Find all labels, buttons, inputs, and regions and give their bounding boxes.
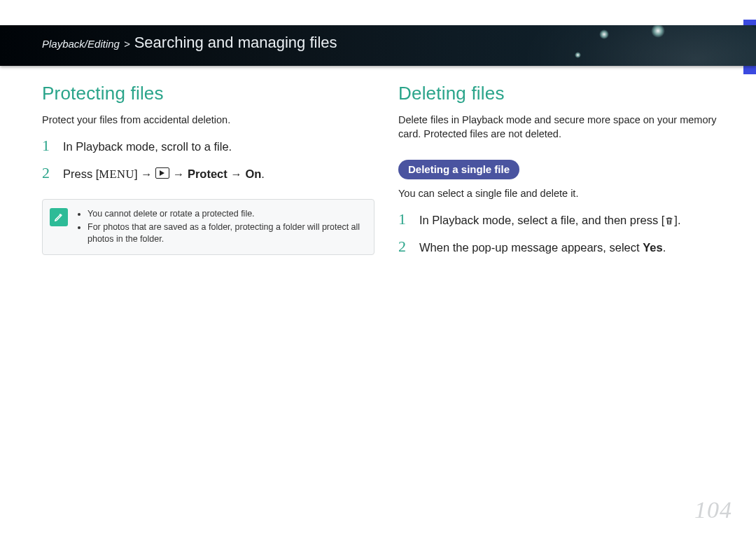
text-on: On bbox=[245, 167, 261, 180]
note-item: For photos that are saved as a folder, p… bbox=[88, 221, 364, 245]
page: Playback/Editing > Searching and managin… bbox=[0, 0, 756, 536]
text-period: . bbox=[261, 167, 265, 180]
text-post: ]. bbox=[674, 214, 680, 226]
step-number: 1 bbox=[42, 138, 53, 153]
playback-icon bbox=[155, 167, 169, 179]
note-item: You cannot delete or rotate a protected … bbox=[88, 208, 364, 220]
step-1: 1 In Playback mode, scroll to a file. bbox=[42, 138, 374, 156]
step-number: 2 bbox=[398, 239, 410, 254]
step-number: 1 bbox=[398, 212, 410, 227]
step-text: In Playback mode, scroll to a file. bbox=[63, 138, 374, 156]
section-heading-protecting: Protecting files bbox=[42, 83, 374, 104]
step-number: 2 bbox=[42, 165, 53, 181]
sparkle-icon bbox=[575, 52, 581, 58]
text-pre: When the pop-up message appears, select bbox=[419, 241, 643, 254]
step-2: 2 When the pop-up message appears, selec… bbox=[398, 239, 731, 256]
sub-intro-text: You can select a single file and delete … bbox=[398, 186, 731, 200]
intro-text: Protect your files from accidental delet… bbox=[42, 113, 374, 127]
step-1: 1 In Playback mode, select a file, and t… bbox=[398, 212, 731, 229]
subheading-pill: Deleting a single file bbox=[398, 160, 519, 179]
step-text: When the pop-up message appears, select … bbox=[419, 239, 731, 256]
breadcrumb-chapter: Playback/Editing bbox=[42, 38, 120, 50]
step-text: In Playback mode, select a file, and the… bbox=[419, 212, 731, 229]
intro-text: Delete files in Playback mode and secure… bbox=[398, 113, 731, 142]
note-callout: You cannot delete or rotate a protected … bbox=[42, 199, 374, 256]
step-2: 2 Press [MENU] → → Protect → On. bbox=[42, 165, 374, 184]
text-arrow: → bbox=[227, 167, 246, 180]
text-press: Press [ bbox=[63, 167, 99, 180]
text-yes: Yes bbox=[643, 241, 662, 254]
text-arrow: → bbox=[169, 167, 188, 180]
sparkle-icon bbox=[599, 29, 609, 39]
step-text: Press [MENU] → → Protect → On. bbox=[63, 165, 374, 184]
page-number: 104 bbox=[694, 497, 732, 523]
breadcrumb: Playback/Editing > Searching and managin… bbox=[42, 34, 337, 52]
menu-button-label: MENU bbox=[99, 167, 134, 181]
column-protecting-files: Protecting files Protect your files from… bbox=[42, 83, 374, 260]
breadcrumb-title: Searching and managing files bbox=[134, 34, 337, 52]
banner-gradient-curve bbox=[490, 25, 756, 66]
trash-icon bbox=[664, 213, 674, 223]
text-protect: Protect bbox=[188, 167, 227, 180]
text-post: . bbox=[663, 241, 666, 254]
column-deleting-files: Deleting files Delete files in Playback … bbox=[398, 83, 731, 260]
pen-icon bbox=[50, 208, 68, 226]
content-columns: Protecting files Protect your files from… bbox=[42, 83, 731, 260]
note-list: You cannot delete or rotate a protected … bbox=[78, 207, 364, 247]
breadcrumb-separator: > bbox=[124, 38, 130, 50]
text-pre: In Playback mode, select a file, and the… bbox=[419, 214, 664, 226]
text-arrow: ] → bbox=[134, 167, 155, 180]
section-heading-deleting: Deleting files bbox=[398, 83, 731, 104]
